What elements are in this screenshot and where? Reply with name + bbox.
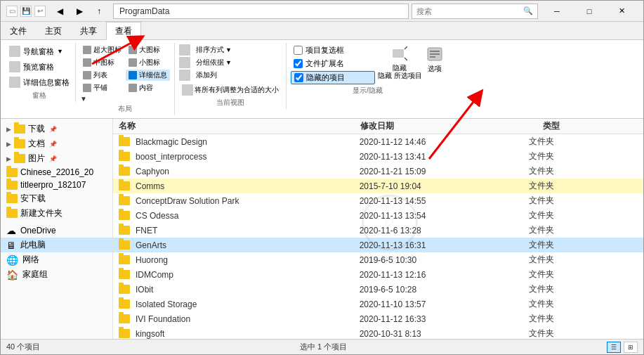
file-list: Blackmagic Design 2020-11-12 14:46 文件夹 b…: [113, 134, 643, 339]
svg-rect-0: [393, 49, 404, 58]
current-view-group-label: 当前视图: [179, 98, 282, 108]
file-row-csodessa[interactable]: CS Odessa 2020-11-13 13:54 文件夹: [113, 208, 643, 223]
file-row-caphyon[interactable]: Caphyon 2020-11-21 15:09 文件夹: [113, 164, 643, 179]
file-row-fnet[interactable]: FNET 2020-11-6 13:28 文件夹: [113, 223, 643, 238]
pin-icon-1: 📌: [49, 141, 57, 148]
file-row-comms[interactable]: Comms 2015-7-10 19:04 文件夹: [113, 179, 643, 193]
medium-icon-btn[interactable]: 中图标: [80, 57, 124, 68]
hidden-items-toggle[interactable]: 隐藏的项目: [291, 71, 375, 84]
panes-group-label: 窗格: [8, 91, 71, 101]
tab-home[interactable]: 主页: [36, 22, 71, 40]
sidebar-item-chinese[interactable]: Chinese_22016_20: [1, 166, 112, 179]
file-row-blackmagic[interactable]: Blackmagic Design 2020-11-12 14:46 文件夹: [113, 134, 643, 149]
add-column-button[interactable]: 添加列: [193, 70, 220, 81]
sidebar-item-pics[interactable]: ▶ 图片 📌: [1, 151, 112, 166]
window-maximize-button[interactable]: □: [573, 1, 605, 22]
detail-view-btn[interactable]: 详细信息: [126, 70, 170, 81]
search-input[interactable]: [416, 7, 523, 15]
file-ext-toggle[interactable]: 文件扩展名: [291, 58, 375, 70]
large-icon-toggle[interactable]: ⊞: [624, 342, 638, 353]
file-row-iobit[interactable]: IObit 2019-6-5 10:28 文件夹: [113, 282, 643, 297]
pin-icon-2: 📌: [49, 155, 57, 162]
tab-share[interactable]: 共享: [71, 22, 106, 40]
sidebar-item-network[interactable]: 🌐 网络: [1, 252, 112, 267]
col-header-name[interactable]: 名称: [119, 120, 355, 132]
path-text: ProgramData: [119, 6, 169, 16]
options-button[interactable]: 选项: [425, 44, 445, 79]
preview-pane-button[interactable]: 预览窗格: [8, 60, 55, 74]
col-header-date[interactable]: 修改日期: [360, 120, 537, 132]
sidebar-item-docs[interactable]: ▶ 文档 📌: [1, 136, 112, 151]
status-selected: 选中 1 个项目: [300, 342, 347, 352]
nav-pane-button[interactable]: 导航窗格 ▼: [8, 44, 65, 58]
col-header-type[interactable]: 类型: [543, 120, 638, 132]
up-button[interactable]: ↑: [91, 1, 107, 22]
back-button[interactable]: ◀: [51, 1, 68, 22]
file-ext-input[interactable]: [294, 59, 303, 68]
adjust-columns-button[interactable]: 将所有列调整为合适的大小: [179, 84, 282, 96]
tab-file[interactable]: 文件: [1, 22, 36, 40]
file-row-ivi[interactable]: IVI Foundation 2020-11-12 16:33 文件夹: [113, 311, 643, 326]
file-row-idmcomp[interactable]: IDMComp 2020-11-13 12:16 文件夹: [113, 267, 643, 282]
extra-large-icon-btn[interactable]: 超大图标: [80, 44, 124, 56]
file-row-boost[interactable]: boost_interprocess 2020-11-13 13:41 文件夹: [113, 149, 643, 164]
search-icon: 🔍: [523, 6, 533, 15]
sidebar-item-onedrive[interactable]: ☁ OneDrive: [1, 224, 112, 238]
minimize-icon: ▭: [6, 6, 18, 17]
details-view-toggle[interactable]: ☰: [607, 342, 621, 353]
details-pane-button[interactable]: 详细信息窗格: [8, 75, 71, 89]
list-view-btn[interactable]: 列表: [80, 70, 124, 81]
status-total: 40 个项目: [6, 342, 40, 352]
hide-selected-button[interactable]: 隐藏 隐藏 所选项目: [378, 44, 422, 79]
layout-group-label: 布局: [80, 104, 170, 114]
window-minimize-button[interactable]: ─: [541, 1, 573, 22]
file-row-genarts[interactable]: GenArts 2020-11-13 16:31 文件夹: [113, 238, 643, 252]
group-by-button[interactable]: 分组依据 ▼: [193, 57, 235, 68]
tab-view[interactable]: 查看: [106, 22, 141, 40]
show-hide-group-label: 显示/隐藏: [291, 86, 445, 96]
quick-access-save: 💾: [20, 6, 32, 17]
sidebar-item-download[interactable]: ▶ 下载 📌: [1, 122, 112, 136]
file-row-huorong[interactable]: Huorong 2019-6-5 10:30 文件夹: [113, 252, 643, 267]
svg-line-2: [405, 58, 407, 60]
item-checkbox-input[interactable]: [294, 46, 303, 55]
forward-button[interactable]: ▶: [71, 1, 88, 22]
small-icon-btn[interactable]: 小图标: [126, 57, 170, 68]
content-view-btn[interactable]: 内容: [126, 82, 170, 93]
sidebar-item-newfolder[interactable]: 新建文件夹: [1, 206, 112, 221]
file-row-isolated[interactable]: Isolated Storage 2020-11-10 13:57 文件夹: [113, 297, 643, 311]
large-icon-btn[interactable]: 大图标: [126, 44, 170, 56]
item-checkbox-toggle[interactable]: 项目复选框: [291, 44, 375, 56]
undo-icon: ↩: [34, 6, 46, 17]
hidden-items-input[interactable]: [294, 73, 303, 82]
window-close-button[interactable]: ✕: [605, 1, 638, 22]
tile-view-btn[interactable]: 平铺: [80, 82, 124, 93]
file-row-kingsoft[interactable]: kingsoft 2020-10-31 8:13 文件夹: [113, 326, 643, 339]
svg-line-1: [405, 46, 407, 49]
layout-expand-btn[interactable]: ▼: [80, 95, 87, 103]
file-row-conceptdraw[interactable]: ConceptDraw Solution Park 2020-11-13 14:…: [113, 193, 643, 208]
sidebar-item-homegroup[interactable]: 🏠 家庭组: [1, 267, 112, 282]
pin-icon-0: 📌: [49, 126, 57, 133]
sidebar-item-thispc[interactable]: 🖥 此电脑: [1, 238, 112, 252]
sidebar-item-andownload[interactable]: 安下载: [1, 191, 112, 206]
sidebar-item-titleerpro[interactable]: titleerpro_182107: [1, 179, 112, 191]
sort-by-button[interactable]: 排序方式 ▼: [193, 44, 235, 56]
